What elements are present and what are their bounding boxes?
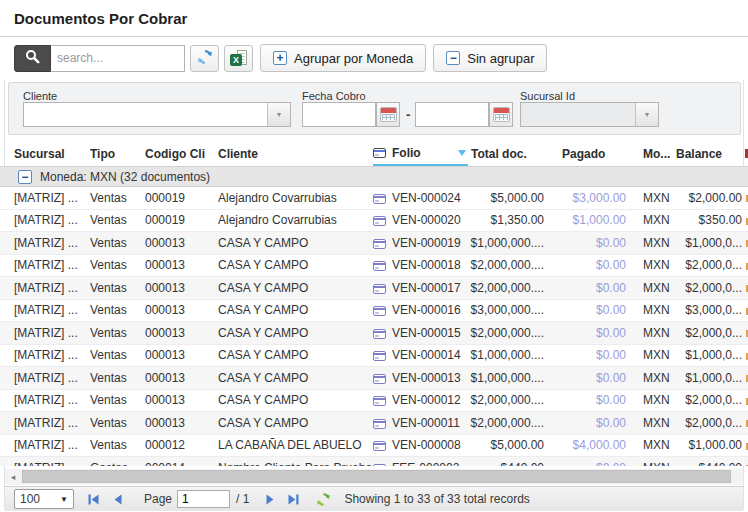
column-header-codigo-cli[interactable]: Codigo Cli [145, 147, 218, 161]
table-row[interactable]: [MATRIZ] ... Ventas 000013 CASA Y CAMPO … [0, 390, 748, 413]
cell-balance: $2,000,0... [672, 258, 746, 272]
search-button[interactable] [14, 45, 51, 72]
cliente-combobox[interactable]: ▾ [23, 102, 291, 127]
column-header-sucursal[interactable]: Sucursal [14, 147, 90, 161]
date-range-separator: - [406, 107, 410, 122]
cell-folio: VEN-000024 [392, 191, 468, 205]
refresh-button[interactable] [190, 45, 219, 72]
group-by-currency-button[interactable]: + Agrupar por Moneda [260, 44, 426, 72]
cell-cliente: Nombre Cliente Para Prueba [218, 461, 373, 466]
cell-pagado: $0.00 [546, 416, 628, 430]
chevron-down-icon[interactable]: ▾ [267, 103, 290, 126]
sort-descending-icon [458, 150, 466, 156]
toolbar: X + Agrupar por Moneda − Sin agrupar [14, 44, 547, 72]
table-row[interactable]: [MATRIZ] ... Ventas 000019 Alejandro Cov… [0, 187, 748, 210]
column-header-pagado[interactable]: Pagado [546, 147, 628, 161]
cell-folio: VEN-000018 [392, 258, 468, 272]
export-excel-button[interactable]: X [224, 45, 253, 72]
cell-card [373, 213, 392, 227]
column-header-card[interactable] [373, 142, 392, 166]
credit-card-icon [373, 284, 386, 294]
cell-codigo-cli: 000013 [145, 258, 218, 272]
column-header-total-doc[interactable]: Total doc. [468, 147, 546, 161]
cell-card [373, 371, 392, 385]
cell-cliente: CASA Y CAMPO [218, 371, 373, 385]
cell-card [373, 393, 392, 407]
cell-balance: $1,000.00 [672, 438, 746, 452]
cell-pagado: $0.00 [546, 258, 628, 272]
cell-tipo: Ventas [90, 213, 145, 227]
previous-page-icon [113, 494, 122, 505]
last-page-button[interactable] [284, 491, 302, 507]
cell-balance: $2,000,0... [672, 326, 746, 340]
page-number-input[interactable] [177, 490, 230, 508]
fecha-cobro-label: Fecha Cobro [302, 90, 366, 102]
column-header-cliente[interactable]: Cliente [218, 147, 373, 161]
fecha-from-calendar-button[interactable] [376, 102, 400, 127]
fecha-to-calendar-button[interactable] [489, 102, 513, 127]
collapse-group-icon[interactable]: − [18, 170, 32, 184]
table-row[interactable]: [MATRIZ] ... Ventas 000019 Alejandro Cov… [0, 210, 748, 233]
ungroup-button[interactable]: − Sin agrupar [433, 44, 547, 72]
column-header-balance[interactable]: Balance [672, 147, 746, 161]
cell-card [373, 191, 392, 205]
previous-page-button[interactable] [108, 491, 126, 507]
first-page-button[interactable] [84, 491, 102, 507]
refresh-icon [197, 49, 213, 68]
table-row[interactable]: [MATRIZ] ... Ventas 000013 CASA Y CAMPO … [0, 412, 748, 435]
page-size-select[interactable]: 100 ▼ [14, 489, 74, 509]
cell-cliente: CASA Y CAMPO [218, 258, 373, 272]
credit-card-icon [373, 351, 386, 361]
table-row[interactable]: [MATRIZ] ... Ventas 000013 CASA Y CAMPO … [0, 345, 748, 368]
sucursal-id-combobox[interactable]: ▾ [520, 102, 659, 127]
fecha-cobro-to-input[interactable] [415, 102, 489, 127]
table-row[interactable]: [MATRIZ] ... Ventas 000012 LA CABAÑA DEL… [0, 435, 748, 458]
column-header-moneda[interactable]: Mo... [628, 147, 672, 161]
table-row[interactable]: [MATRIZ] ... Gastos 000014 Nombre Client… [0, 457, 748, 466]
table-row[interactable]: [MATRIZ] ... Ventas 000013 CASA Y CAMPO … [0, 300, 748, 323]
cell-sucursal: [MATRIZ] ... [14, 438, 90, 452]
cell-moneda: MXN [628, 213, 672, 227]
cell-sucursal: [MATRIZ] ... [14, 258, 90, 272]
column-header-tipo[interactable]: Tipo [90, 147, 145, 161]
cell-sucursal: [MATRIZ] ... [14, 326, 90, 340]
cell-folio: VEN-000008 [392, 438, 468, 452]
table-row[interactable]: [MATRIZ] ... Ventas 000013 CASA Y CAMPO … [0, 232, 748, 255]
fecha-cobro-from-input[interactable] [302, 102, 376, 127]
search-input[interactable] [51, 45, 185, 72]
cell-pagado: $0.00 [546, 371, 628, 385]
cell-balance: $3,000,0... [672, 303, 746, 317]
group-row-moneda-mxn[interactable]: − Moneda: MXN (32 documentos) [0, 166, 748, 187]
column-header-folio[interactable]: Folio [392, 142, 468, 166]
cell-codigo-cli: 000013 [145, 236, 218, 250]
table-row[interactable]: [MATRIZ] ... Ventas 000013 CASA Y CAMPO … [0, 255, 748, 278]
cell-folio: VEN-000012 [392, 393, 468, 407]
cell-tipo: Ventas [90, 281, 145, 295]
next-page-button[interactable] [261, 491, 279, 507]
cell-balance: $1,000,0... [672, 371, 746, 385]
cell-balance: $1,000,0... [672, 348, 746, 362]
cell-tipo: Ventas [90, 236, 145, 250]
cell-cliente: CASA Y CAMPO [218, 281, 373, 295]
table-row[interactable]: [MATRIZ] ... Ventas 000013 CASA Y CAMPO … [0, 322, 748, 345]
credit-card-icon [373, 374, 386, 384]
cell-cliente: CASA Y CAMPO [218, 393, 373, 407]
cell-sucursal: [MATRIZ] ... [14, 303, 90, 317]
credit-card-icon [373, 148, 386, 158]
horizontal-scrollbar[interactable]: ◂ [5, 469, 743, 485]
page-size-value: 100 [20, 492, 40, 506]
cell-folio: VEN-000014 [392, 348, 468, 362]
cell-moneda: MXN [628, 348, 672, 362]
cell-pagado: $4,000.00 [546, 438, 628, 452]
scroll-left-icon[interactable]: ◂ [6, 471, 20, 483]
table-row[interactable]: [MATRIZ] ... Ventas 000013 CASA Y CAMPO … [0, 277, 748, 300]
cell-tipo: Ventas [90, 371, 145, 385]
cell-moneda: MXN [628, 326, 672, 340]
documentos-por-cobrar-window: Documentos Por Cobrar X [0, 0, 748, 512]
chevron-down-icon[interactable]: ▾ [635, 103, 658, 126]
scrollbar-thumb[interactable] [22, 470, 731, 483]
reload-grid-button[interactable] [314, 491, 332, 507]
table-row[interactable]: [MATRIZ] ... Ventas 000013 CASA Y CAMPO … [0, 367, 748, 390]
cell-tipo: Ventas [90, 416, 145, 430]
cell-codigo-cli: 000019 [145, 213, 218, 227]
